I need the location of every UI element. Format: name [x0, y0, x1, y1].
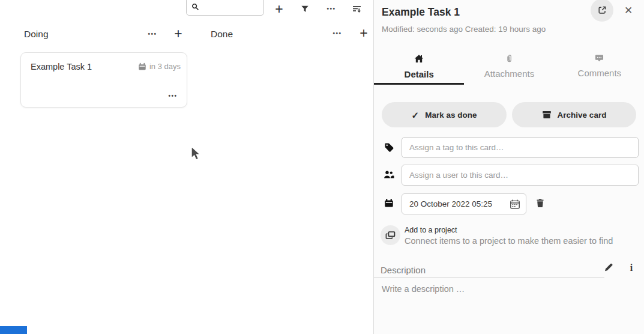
card-due-label: in 3 days	[149, 62, 181, 71]
add-to-project-subtitle: Connect items to a project to make them …	[405, 236, 613, 246]
tab-details[interactable]: Details	[374, 50, 464, 85]
edit-description-button[interactable]	[600, 262, 617, 273]
plus-icon: +	[360, 26, 367, 40]
close-panel-button[interactable]: ✕	[621, 3, 636, 17]
column-done-add-card-button[interactable]: +	[355, 24, 373, 42]
task-card[interactable]: Example Task 1 in 3 days •••	[20, 52, 187, 108]
card-menu-button[interactable]: •••	[165, 90, 181, 102]
tab-comments-label: Comments	[578, 68, 622, 77]
column-title-doing: Doing	[24, 29, 49, 40]
funnel-icon	[301, 5, 309, 13]
column-done-menu-button[interactable]: •••	[328, 25, 346, 43]
add-list-button[interactable]: +	[270, 0, 288, 18]
tab-details-label: Details	[405, 70, 434, 79]
add-to-project-button[interactable]	[381, 225, 400, 245]
open-in-window-button[interactable]	[591, 0, 613, 22]
assign-tag-input[interactable]	[402, 137, 639, 158]
description-placeholder[interactable]: Write a description …	[382, 284, 465, 294]
column-title-done: Done	[211, 29, 233, 40]
search-input-wrapper	[186, 0, 264, 16]
panel-tabs: Details Attachments Comments	[374, 50, 644, 85]
external-link-icon	[597, 5, 607, 15]
mouse-cursor	[190, 145, 202, 165]
description-info-button[interactable]: i	[624, 261, 639, 275]
calendar-icon	[138, 62, 146, 71]
windows-stack-icon	[385, 231, 396, 240]
ellipsis-icon: •••	[327, 6, 336, 12]
filter-button[interactable]	[296, 0, 314, 18]
tab-attachments[interactable]: Attachments	[464, 50, 554, 85]
trash-icon	[535, 198, 545, 208]
paperclip-icon	[505, 54, 513, 63]
search-icon	[191, 3, 199, 11]
plus-icon: +	[174, 27, 182, 41]
info-icon: i	[630, 263, 633, 273]
search-input[interactable]	[203, 2, 260, 12]
archive-card-button[interactable]: Archive card	[512, 102, 636, 127]
tab-comments[interactable]: Comments	[555, 50, 644, 85]
card-title: Example Task 1	[31, 62, 92, 71]
pencil-icon	[604, 263, 613, 272]
panel-meta: Modified: seconds ago Created: 19 hours …	[382, 25, 546, 34]
task-details-panel: Example Task 1 Modified: seconds ago Cre…	[373, 0, 644, 334]
due-date-field[interactable]: 20 October 2022 05:25	[402, 193, 526, 214]
remove-due-date-button[interactable]	[535, 198, 545, 208]
column-doing-menu-button[interactable]: •••	[143, 25, 161, 43]
open-date-picker-button[interactable]	[510, 199, 520, 210]
home-icon	[414, 54, 424, 64]
users-icon	[384, 170, 394, 179]
comment-icon	[595, 54, 604, 62]
sort-button[interactable]	[348, 0, 366, 18]
ellipsis-icon: •••	[148, 31, 157, 37]
panel-title: Example Task 1	[382, 6, 460, 19]
column-doing-add-card-button[interactable]: +	[169, 25, 187, 43]
ellipsis-icon: •••	[333, 31, 342, 37]
plus-icon: +	[275, 2, 283, 16]
board-area: + ••• Doing ••• + Done ••• + Example Tas…	[0, 0, 373, 334]
tab-attachments-label: Attachments	[484, 69, 534, 78]
ellipsis-icon: •••	[168, 93, 177, 99]
add-to-project-title: Add to a project	[405, 226, 457, 234]
description-label: Description	[381, 265, 426, 275]
tag-icon	[384, 142, 394, 153]
due-date-value: 20 October 2022 05:25	[409, 199, 492, 208]
calendar-icon	[384, 198, 394, 208]
description-divider	[374, 277, 604, 278]
archive-card-label: Archive card	[558, 111, 607, 120]
calendar-outline-icon	[510, 199, 520, 210]
blue-fragment	[0, 326, 27, 334]
archive-icon	[542, 110, 552, 120]
mark-as-done-label: Mark as done	[425, 111, 477, 120]
board-menu-button[interactable]: •••	[322, 0, 340, 18]
checkmark-icon: ✓	[412, 111, 420, 120]
mark-as-done-button[interactable]: ✓ Mark as done	[382, 102, 507, 127]
close-icon: ✕	[624, 4, 633, 17]
assign-user-input[interactable]	[402, 165, 639, 186]
sort-icon	[352, 4, 362, 14]
card-due-date: in 3 days	[138, 62, 181, 71]
